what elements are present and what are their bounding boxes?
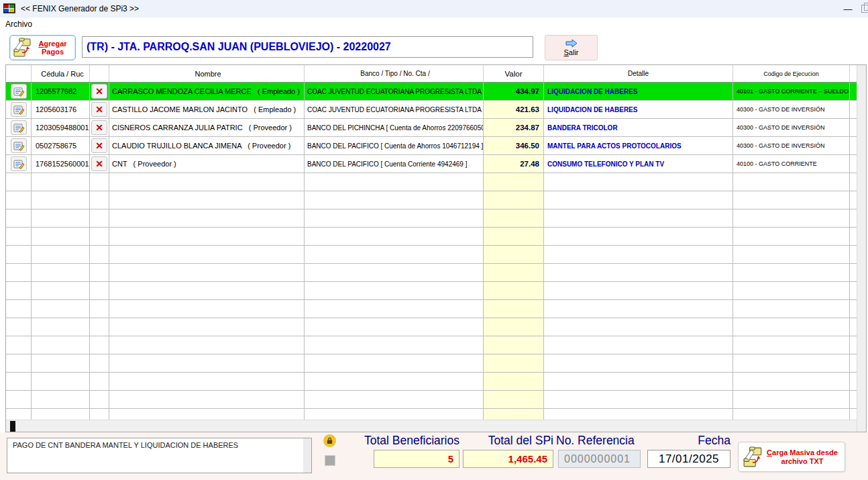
delete-row-button[interactable]: ✕ xyxy=(91,84,107,99)
stub-cell xyxy=(850,209,857,228)
stub-cell xyxy=(850,155,857,173)
cedula-cell xyxy=(32,391,90,409)
cedula-cell xyxy=(32,318,90,336)
delete-cell xyxy=(90,391,109,409)
delete-x-icon: ✕ xyxy=(95,105,103,114)
cedula-cell xyxy=(32,209,90,228)
edit-cell xyxy=(6,173,32,191)
nombre-cell xyxy=(109,173,305,191)
detalle-cell xyxy=(544,336,733,354)
codigo-cell: 40101 - GASTO CORRIENTE – SUELDOS xyxy=(733,83,850,101)
horizontal-scrollbar[interactable] xyxy=(6,420,857,432)
header-codigo: Codigo de Ejecucion xyxy=(733,65,850,82)
delete-cell: ✕ xyxy=(90,83,109,101)
detalle-cell xyxy=(544,300,733,318)
edit-cell xyxy=(6,209,32,228)
delete-x-icon: ✕ xyxy=(95,159,103,169)
nombre-cell xyxy=(109,282,305,300)
stub-cell xyxy=(850,137,857,155)
banco-cell xyxy=(305,282,484,300)
nombre-cell xyxy=(109,318,305,336)
delete-cell xyxy=(90,191,109,209)
empty-row xyxy=(6,228,857,246)
stub-cell xyxy=(850,336,857,354)
banco-cell xyxy=(305,336,484,354)
salir-button[interactable]: Salir xyxy=(545,35,598,60)
delete-row-button[interactable]: ✕ xyxy=(91,120,107,135)
horizontal-scrollbar-thumb[interactable] xyxy=(10,421,15,432)
codigo-cell: 40300 - GASTO DE INVERSIÓN xyxy=(733,101,850,119)
valor-cell xyxy=(484,228,544,246)
stub-cell xyxy=(850,264,857,282)
delete-cell xyxy=(90,318,109,336)
total-spi-value: 1,465.45 xyxy=(463,450,553,468)
empty-row xyxy=(6,354,857,373)
delete-cell xyxy=(90,209,109,228)
delete-x-icon: ✕ xyxy=(95,123,103,132)
valor-cell: 234.87 xyxy=(484,119,544,137)
vertical-scrollbar[interactable] xyxy=(857,65,866,432)
codigo-cell xyxy=(733,300,850,318)
codigo-cell xyxy=(733,318,850,336)
detalle-cell: MANTEL PARA ACTOS PROTOCOLARIOS xyxy=(544,137,733,155)
observaciones-scrollbar[interactable] xyxy=(303,438,311,473)
menubar: Archivo xyxy=(0,17,868,31)
observaciones-textarea[interactable]: PAGO DE CNT BANDERA MANTEL Y LIQUIDACION… xyxy=(7,438,312,473)
payment-row[interactable]: 0502758675✕CLAUDIO TRUJILLO BLANCA JIMEN… xyxy=(6,137,857,155)
payment-row[interactable]: 1768152560001✕CNT ( Proveedor )BANCO DEL… xyxy=(6,155,857,173)
edit-row-button[interactable] xyxy=(11,120,27,135)
nombre-cell: CISNEROS CARRANZA JULIA PATRIC ( Proveed… xyxy=(109,119,305,137)
entity-title-field[interactable] xyxy=(82,36,533,58)
delete-row-button[interactable]: ✕ xyxy=(91,102,107,117)
fecha-value[interactable]: 17/01/2025 xyxy=(647,450,730,468)
payment-row[interactable]: 1205577982✕CARRASCO MENDOZA CECILIA MERC… xyxy=(6,83,857,101)
edit-row-button[interactable] xyxy=(11,156,27,171)
status-square[interactable] xyxy=(325,455,335,466)
cedula-cell xyxy=(32,246,90,264)
payment-row[interactable]: 1203059488001✕CISNEROS CARRANZA JULIA PA… xyxy=(6,119,857,137)
delete-cell xyxy=(90,246,109,264)
total-spi-label: Total del SPi xyxy=(470,434,553,448)
header-valor: Valor xyxy=(484,65,544,82)
edit-cell xyxy=(6,228,32,246)
banco-cell: COAC JUVENTUD ECUATORIANA PROGRESISTA LT… xyxy=(305,83,484,101)
toolbar: Agregar Pagos Salir xyxy=(0,31,868,63)
restore-icon[interactable] xyxy=(861,5,868,13)
grid-body: 1205577982✕CARRASCO MENDOZA CECILIA MERC… xyxy=(6,83,857,427)
header-detalle: Detalle xyxy=(544,65,733,82)
header-stub xyxy=(850,65,857,82)
delete-row-button[interactable]: ✕ xyxy=(91,156,107,171)
empty-row xyxy=(6,318,857,336)
banco-cell xyxy=(305,318,484,336)
edit-row-button[interactable] xyxy=(11,138,27,153)
codigo-cell: 40300 - GASTO DE INVERSIÓN xyxy=(733,137,850,155)
valor-cell xyxy=(484,336,544,354)
agregar-pagos-button[interactable]: Agregar Pagos xyxy=(9,35,76,60)
stub-cell xyxy=(850,300,857,318)
edit-cell xyxy=(6,119,32,137)
stub-cell xyxy=(850,228,857,246)
detalle-cell: LIQUIDACION DE HABERES xyxy=(544,101,733,119)
valor-cell xyxy=(484,354,544,373)
valor-cell xyxy=(484,246,544,264)
banco-cell: BANCO DEL PACIFICO [ Cuenta Corriente 49… xyxy=(305,155,484,173)
delete-row-button[interactable]: ✕ xyxy=(91,138,107,153)
edit-row-button[interactable] xyxy=(11,84,27,99)
edit-cell xyxy=(6,83,32,101)
valor-cell: 27.48 xyxy=(484,155,544,173)
menu-archivo[interactable]: Archivo xyxy=(0,18,38,30)
stub-cell xyxy=(850,318,857,336)
detalle-cell: LIQUIDACION DE HABERES xyxy=(544,83,733,101)
empty-row xyxy=(6,191,857,209)
banco-cell xyxy=(305,246,484,264)
edit-cell xyxy=(6,282,32,300)
cedula-cell xyxy=(32,300,90,318)
minimize-button[interactable]: — xyxy=(834,4,861,14)
carga-masiva-button[interactable]: Carga Masiva desde archivo TXT xyxy=(738,442,845,472)
fecha-label: Fecha xyxy=(670,434,730,448)
codigo-cell xyxy=(733,228,850,246)
edit-row-button[interactable] xyxy=(11,102,27,117)
payment-row[interactable]: 1205603176✕CASTILLO JACOME MARLON JACINT… xyxy=(6,101,857,119)
titlebar: << FENIX Generador de SPi3 >> — xyxy=(0,0,868,17)
detalle-cell xyxy=(544,264,733,282)
